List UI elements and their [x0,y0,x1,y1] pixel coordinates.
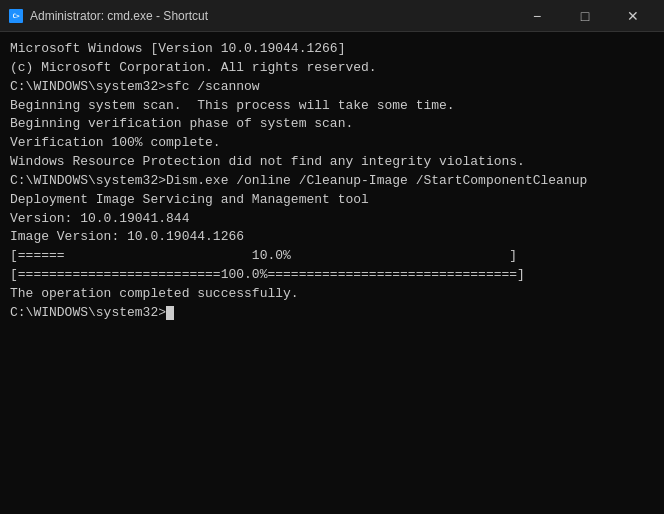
console-line: The operation completed successfully. [10,285,654,304]
title-bar-left: Administrator: cmd.exe - Shortcut [8,8,208,24]
console-line: [====== 10.0% ] [10,247,654,266]
console-line: Windows Resource Protection did not find… [10,153,654,172]
console-line: (c) Microsoft Corporation. All rights re… [10,59,654,78]
console-line: Beginning verification phase of system s… [10,115,654,134]
cursor [166,306,174,320]
console-line: C:\WINDOWS\system32>Dism.exe /online /Cl… [10,172,654,191]
console-line: Deployment Image Servicing and Managemen… [10,191,654,210]
console-line: [==========================100.0%=======… [10,266,654,285]
console-output: Microsoft Windows [Version 10.0.19044.12… [0,32,664,514]
console-line: C:\WINDOWS\system32> [10,304,654,323]
console-line: Image Version: 10.0.19044.1266 [10,228,654,247]
console-line: Version: 10.0.19041.844 [10,210,654,229]
console-line: Verification 100% complete. [10,134,654,153]
console-line: Microsoft Windows [Version 10.0.19044.12… [10,40,654,59]
cmd-icon [8,8,24,24]
console-line: Beginning system scan. This process will… [10,97,654,116]
close-button[interactable]: ✕ [610,0,656,32]
minimize-button[interactable]: − [514,0,560,32]
title-bar: Administrator: cmd.exe - Shortcut − □ ✕ [0,0,664,32]
window-title: Administrator: cmd.exe - Shortcut [30,9,208,23]
window-controls: − □ ✕ [514,0,656,32]
console-line: C:\WINDOWS\system32>sfc /scannow [10,78,654,97]
maximize-button[interactable]: □ [562,0,608,32]
